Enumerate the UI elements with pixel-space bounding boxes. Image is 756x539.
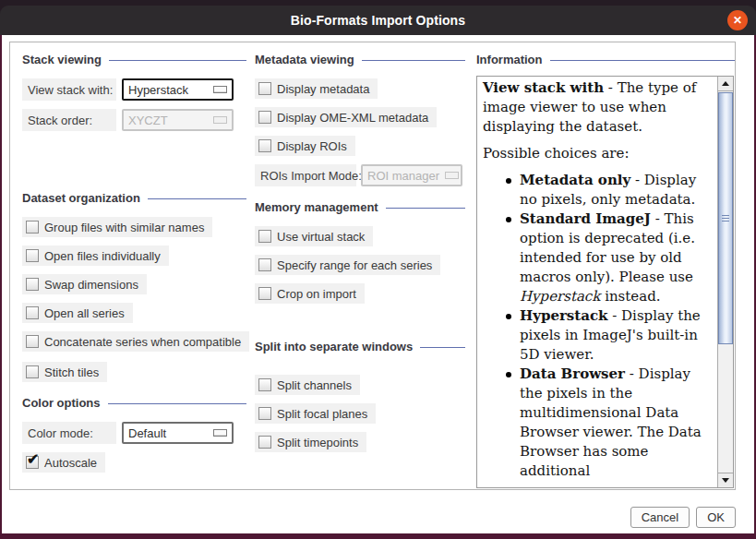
checkbox-open-files-individually[interactable]: Open files individually bbox=[22, 246, 169, 266]
dialog-buttons: Cancel OK bbox=[630, 507, 736, 528]
checkbox-autoscale[interactable]: ✔ Autoscale bbox=[22, 452, 105, 473]
checkbox-icon bbox=[258, 139, 271, 152]
scroll-down-button[interactable] bbox=[718, 473, 733, 487]
checkbox-split-timepoints[interactable]: Split timepoints bbox=[255, 432, 366, 452]
checkmark-icon: ✔ bbox=[27, 452, 39, 467]
view-stack-with-row: View stack with: Hyperstack bbox=[22, 78, 246, 101]
dropdown-value: ROI manager bbox=[367, 169, 439, 183]
checkbox-display-rois[interactable]: Display ROIs bbox=[255, 136, 355, 156]
checkbox-use-virtual-stack[interactable]: Use virtual stack bbox=[255, 226, 373, 246]
checkbox-icon: ✔ bbox=[26, 456, 39, 469]
bullet-icon bbox=[506, 314, 511, 319]
color-mode-dropdown[interactable]: Default bbox=[122, 422, 234, 444]
section-divider bbox=[148, 198, 246, 199]
checkbox-label: Group files with similar names bbox=[44, 221, 204, 234]
checkbox-icon bbox=[26, 365, 39, 378]
rois-import-mode-label: ROIs Import Mode: bbox=[255, 164, 356, 186]
section-header-split-windows: Split into separate windows bbox=[255, 339, 465, 354]
dropdown-icon bbox=[213, 116, 227, 124]
checkbox-concatenate-series[interactable]: Concatenate series when compatible bbox=[22, 331, 249, 352]
column-stack-viewing: Stack viewing View stack with: Hyperstac… bbox=[22, 52, 246, 481]
titlebar[interactable]: Bio-Formats Import Options ✕ bbox=[0, 6, 756, 35]
stack-order-row: Stack order: XYCZT bbox=[22, 109, 246, 131]
checkbox-label: Concatenate series when compatible bbox=[44, 335, 241, 349]
checkbox-icon bbox=[26, 221, 39, 234]
scrollbar-thumb[interactable] bbox=[718, 92, 733, 344]
checkbox-icon bbox=[26, 306, 39, 319]
checkbox-icon bbox=[258, 82, 271, 95]
window-title: Bio-Formats Import Options bbox=[291, 13, 465, 28]
section-title: Information bbox=[476, 53, 543, 66]
stack-order-label: Stack order: bbox=[22, 109, 116, 131]
info-scrollbar[interactable] bbox=[717, 77, 733, 487]
color-mode-label: Color mode: bbox=[22, 422, 116, 444]
scroll-up-button[interactable] bbox=[718, 77, 733, 91]
dropdown-value: XYCZT bbox=[128, 114, 168, 127]
section-title: Color options bbox=[22, 396, 101, 410]
checkbox-label: Split focal planes bbox=[277, 407, 367, 421]
checkbox-split-channels[interactable]: Split channels bbox=[255, 375, 360, 395]
info-bullet-standard-imagej: Standard ImageJ - This option is depreca… bbox=[520, 210, 712, 306]
scroll-up-icon bbox=[722, 81, 729, 86]
checkbox-swap-dimensions[interactable]: Swap dimensions bbox=[22, 274, 147, 294]
bullet-icon bbox=[506, 372, 511, 377]
section-header-information: Information bbox=[476, 52, 735, 67]
dropdown-value: Default bbox=[128, 426, 166, 440]
checkbox-label: Specify range for each series bbox=[277, 258, 432, 272]
section-divider bbox=[420, 347, 465, 348]
dialog-body: Stack viewing View stack with: Hyperstac… bbox=[0, 35, 756, 539]
section-title: Metadata viewing bbox=[255, 53, 354, 66]
dropdown-value: Hyperstack bbox=[128, 83, 188, 97]
color-mode-row: Color mode: Default bbox=[22, 422, 246, 444]
checkbox-label: Display ROIs bbox=[277, 139, 347, 153]
column-metadata: Metadata viewing Display metadata Displa… bbox=[255, 52, 465, 461]
view-stack-with-label: View stack with: bbox=[22, 78, 116, 101]
checkbox-display-ome-xml[interactable]: Display OME-XML metadata bbox=[255, 107, 437, 127]
section-divider bbox=[386, 208, 465, 209]
checkbox-label: Autoscale bbox=[44, 456, 97, 470]
checkbox-group-files-similar-names[interactable]: Group files with similar names bbox=[22, 217, 212, 237]
cancel-button[interactable]: Cancel bbox=[630, 507, 690, 528]
checkbox-label: Stitch tiles bbox=[44, 365, 99, 379]
checkbox-split-focal-planes[interactable]: Split focal planes bbox=[255, 403, 376, 424]
info-intro: View stack with - The type of image view… bbox=[483, 78, 712, 137]
checkbox-specify-range[interactable]: Specify range for each series bbox=[255, 255, 440, 275]
checkbox-icon bbox=[26, 278, 39, 291]
close-button[interactable]: ✕ bbox=[727, 10, 748, 30]
checkbox-open-all-series[interactable]: Open all series bbox=[22, 303, 133, 323]
ok-button[interactable]: OK bbox=[696, 507, 736, 528]
scroll-down-icon bbox=[722, 478, 729, 483]
checkbox-icon bbox=[258, 111, 271, 124]
checkbox-icon bbox=[258, 407, 271, 420]
section-header-metadata-viewing: Metadata viewing bbox=[255, 52, 465, 67]
information-box: View stack with - The type of image view… bbox=[476, 76, 734, 488]
section-header-stack-viewing: Stack viewing bbox=[22, 52, 246, 67]
checkbox-crop-on-import[interactable]: Crop on import bbox=[255, 283, 365, 304]
info-bullet-data-browser: Data Browser - Display the pixels in the… bbox=[520, 365, 712, 481]
section-divider bbox=[362, 60, 465, 61]
checkbox-label: Swap dimensions bbox=[44, 278, 138, 292]
checkbox-display-metadata[interactable]: Display metadata bbox=[255, 78, 378, 99]
bullet-icon bbox=[506, 178, 511, 184]
info-bullet-metadata-only: Metadata only - Display no pixels, only … bbox=[520, 171, 712, 210]
section-divider bbox=[109, 60, 246, 61]
section-title: Split into separate windows bbox=[255, 340, 413, 353]
section-header-memory-management: Memory management bbox=[255, 199, 465, 215]
scrollbar-grip-icon bbox=[722, 215, 729, 223]
view-stack-with-dropdown[interactable]: Hyperstack bbox=[122, 78, 234, 101]
dropdown-icon bbox=[213, 86, 227, 93]
checkbox-icon bbox=[258, 230, 271, 243]
dropdown-icon bbox=[445, 172, 459, 179]
info-bullet-hyperstack: Hyperstack - Display the pixels in Image… bbox=[520, 306, 712, 365]
checkbox-stitch-tiles[interactable]: Stitch tiles bbox=[22, 362, 107, 382]
checkbox-icon bbox=[258, 287, 271, 300]
info-choices-line: Possible choices are: bbox=[483, 144, 712, 163]
section-title: Dataset organization bbox=[22, 191, 140, 205]
checkbox-label: Open files individually bbox=[44, 249, 161, 263]
checkbox-icon bbox=[258, 378, 271, 391]
info-bullet-list: Metadata only - Display no pixels, only … bbox=[483, 171, 712, 481]
checkbox-icon bbox=[258, 258, 271, 271]
stack-order-dropdown: XYCZT bbox=[122, 109, 234, 131]
section-title: Stack viewing bbox=[22, 53, 102, 66]
checkbox-icon bbox=[26, 335, 39, 348]
